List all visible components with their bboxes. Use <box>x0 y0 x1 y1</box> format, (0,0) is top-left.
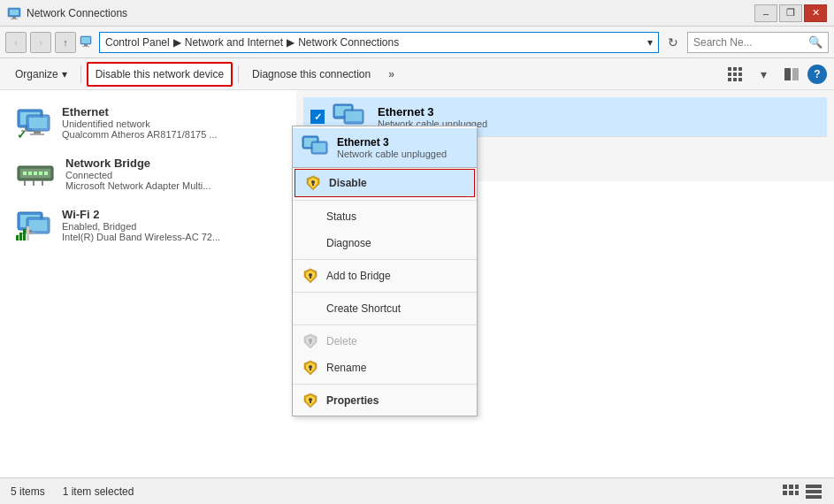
delete-label: Delete <box>326 335 357 347</box>
item-selected: 1 item selected <box>63 485 134 498</box>
search-box[interactable]: 🔍 <box>687 32 829 53</box>
context-disable-item[interactable]: Disable <box>295 169 475 197</box>
svg-rect-33 <box>44 172 48 175</box>
ctx-sep-1 <box>293 200 477 201</box>
svg-rect-16 <box>738 78 742 81</box>
status-label: Status <box>326 210 356 223</box>
forward-button[interactable]: › <box>30 32 51 53</box>
properties-shield-icon <box>302 392 319 409</box>
svg-rect-58 <box>313 143 325 152</box>
svg-rect-13 <box>738 73 742 76</box>
search-input[interactable] <box>693 36 805 49</box>
restore-button[interactable]: ❐ <box>779 4 802 22</box>
context-diagnose-item[interactable]: Diagnose <box>293 230 477 256</box>
toolbar-right: ▾ ? <box>723 62 827 87</box>
ethernet-overlay: ✓ <box>14 127 28 141</box>
organize-button[interactable]: Organize ▾ <box>7 62 75 87</box>
preview-pane-button[interactable] <box>779 62 804 87</box>
status-bar-right <box>781 482 823 501</box>
context-adapter-status: Network cable unplugged <box>337 149 447 159</box>
refresh-button[interactable]: ↻ <box>662 32 684 53</box>
more-label: » <box>388 68 394 80</box>
delete-icon-empty <box>302 332 319 350</box>
ctx-sep-3 <box>293 292 477 293</box>
ethernet3-checkbox: ✓ <box>310 110 325 124</box>
context-addtobridge-item[interactable]: Add to Bridge <box>293 263 477 289</box>
svg-rect-24 <box>29 118 47 128</box>
svg-rect-70 <box>310 342 311 344</box>
svg-rect-40 <box>29 220 47 231</box>
view-icon <box>727 66 743 82</box>
path-part-2: Network and Internet <box>185 36 283 49</box>
svg-rect-62 <box>312 184 314 186</box>
organize-arrow: ▾ <box>62 68 67 80</box>
diagnose-icon-empty <box>302 234 319 252</box>
svg-rect-11 <box>728 73 731 76</box>
list-view-icon <box>806 485 822 499</box>
context-adapter-name: Ethernet 3 <box>337 136 447 149</box>
svg-rect-9 <box>733 67 737 71</box>
svg-point-77 <box>309 398 312 401</box>
rename-label: Rename <box>326 362 366 374</box>
help-button[interactable]: ? <box>807 65 827 84</box>
title-bar-left: Network Connections <box>7 6 127 20</box>
svg-rect-6 <box>84 44 88 46</box>
svg-rect-25 <box>34 131 41 134</box>
context-menu: Ethernet 3 Network cable unplugged Disab… <box>292 126 478 416</box>
svg-rect-44 <box>19 233 22 241</box>
svg-rect-15 <box>733 78 737 81</box>
up-button[interactable]: ↑ <box>55 32 76 53</box>
ethernet-icon-wrapper: ✓ <box>14 103 53 141</box>
back-button[interactable]: ‹ <box>5 32 27 53</box>
context-status-item[interactable]: Status <box>293 203 477 230</box>
close-button[interactable]: ✕ <box>804 4 827 22</box>
context-rename-item[interactable]: Rename <box>293 355 477 381</box>
svg-rect-30 <box>28 172 32 175</box>
diagnose-button[interactable]: Diagnose this connection <box>244 62 379 87</box>
address-bar: ‹ › ↑ Control Panel ▶ Network and Intern… <box>0 27 834 58</box>
path-end-arrow: ▾ <box>647 36 653 49</box>
svg-rect-80 <box>789 485 793 489</box>
svg-rect-66 <box>310 277 311 279</box>
svg-rect-3 <box>11 19 18 19</box>
bridge-icon-wrapper <box>14 152 57 195</box>
more-button[interactable]: » <box>380 62 402 87</box>
view-arrow-button[interactable]: ▾ <box>751 62 776 87</box>
context-properties-item[interactable]: Properties <box>293 387 477 414</box>
context-menu-icon <box>302 134 330 162</box>
toolbar-separator-1 <box>80 65 81 83</box>
address-path[interactable]: Control Panel ▶ Network and Internet ▶ N… <box>99 32 659 53</box>
svg-rect-45 <box>23 229 26 241</box>
ctx-sep-5 <box>293 384 477 385</box>
network-bridge-icon <box>16 154 55 193</box>
svg-rect-14 <box>728 78 731 81</box>
svg-rect-74 <box>310 369 311 370</box>
status-view-list-button[interactable] <box>804 482 823 501</box>
search-icon: 🔍 <box>808 35 823 49</box>
diagnose-label: Diagnose <box>326 237 371 249</box>
disable-shield-icon <box>304 174 322 192</box>
svg-rect-29 <box>23 172 27 175</box>
svg-rect-2 <box>12 17 16 19</box>
svg-rect-43 <box>16 235 19 241</box>
status-view-grid-button[interactable] <box>781 482 800 501</box>
svg-rect-84 <box>795 491 799 495</box>
diagnose-label: Diagnose this connection <box>252 68 371 80</box>
disable-label: Disable <box>329 177 367 189</box>
minimize-button[interactable]: – <box>754 4 777 22</box>
svg-rect-85 <box>806 485 822 488</box>
svg-rect-26 <box>30 134 44 135</box>
properties-label: Properties <box>326 394 379 407</box>
ctx-sep-4 <box>293 325 477 325</box>
change-view-button[interactable] <box>723 62 747 87</box>
svg-rect-18 <box>792 68 799 80</box>
svg-rect-7 <box>82 46 89 47</box>
status-icon-empty <box>302 208 319 225</box>
path-part-3: Network Connections <box>298 36 399 49</box>
grid-view-icon <box>783 485 799 499</box>
disable-device-button[interactable]: Disable this network device <box>87 62 233 87</box>
svg-rect-81 <box>795 485 799 489</box>
path-sep-2: ▶ <box>287 36 295 49</box>
context-createshortcut-item[interactable]: Create Shortcut <box>293 295 477 322</box>
svg-point-65 <box>309 273 312 277</box>
